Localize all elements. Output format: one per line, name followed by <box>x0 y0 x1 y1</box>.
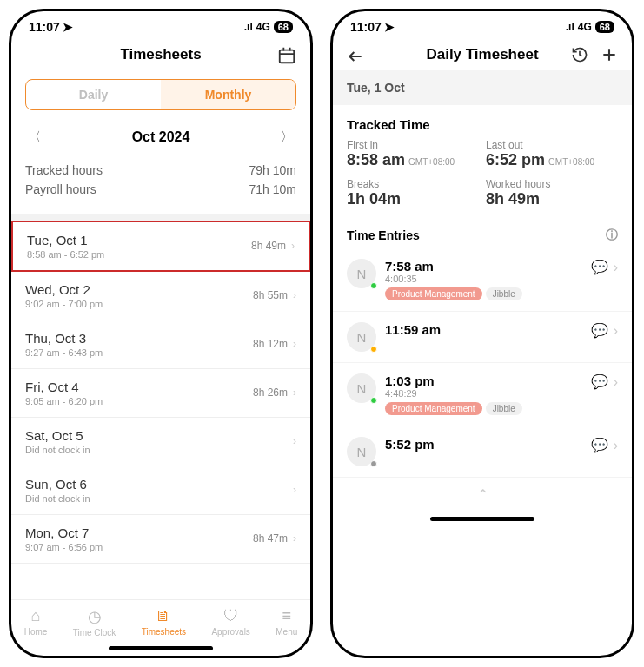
entries-title: Time Entries <box>347 228 420 242</box>
chevron-right-icon: › <box>614 438 618 453</box>
header: Daily Timesheet <box>333 39 632 70</box>
status-dot <box>370 460 377 467</box>
day-row[interactable]: Mon, Oct 79:07 am - 6:56 pm8h 47m› <box>11 515 310 564</box>
worked-label: Worked hours <box>486 178 618 190</box>
chevron-right-icon: › <box>293 386 296 399</box>
info-icon[interactable]: ⓘ <box>606 228 618 243</box>
tab-approvals[interactable]: 🛡Approvals <box>211 607 249 637</box>
menu-icon: ≡ <box>282 607 291 625</box>
entry-duration: 4:00:35 <box>385 274 582 284</box>
time-entry[interactable]: N5:52 pm💬› <box>333 426 632 478</box>
comment-icon[interactable]: 💬 <box>591 259 608 275</box>
worked-value: 8h 49m <box>486 190 618 208</box>
last-out-label: Last out <box>486 139 618 151</box>
tab-menu[interactable]: ≡Menu <box>276 607 297 637</box>
home-indicator <box>430 517 534 521</box>
breaks-value: 1h 04m <box>347 190 479 208</box>
avatar: N <box>347 259 376 288</box>
network-label: 4G <box>256 21 270 33</box>
chevron-right-icon: › <box>293 338 296 350</box>
tab-approvals-label: Approvals <box>211 627 249 637</box>
date-banner: Tue, 1 Oct <box>333 70 632 105</box>
time-entry[interactable]: N7:58 am4:00:35Product ManagementJibble💬… <box>333 248 632 312</box>
first-in-value: 8:58 am <box>347 151 405 168</box>
page-title: Timesheets <box>120 46 201 63</box>
chevron-right-icon: › <box>293 484 296 496</box>
signal-icon: .ıl <box>566 21 574 33</box>
entry-pill: Product Management <box>385 402 482 415</box>
day-row[interactable]: Thu, Oct 39:27 am - 6:43 pm8h 12m› <box>11 320 310 369</box>
calendar-icon[interactable] <box>277 46 296 65</box>
day-subtitle: 9:07 am - 6:56 pm <box>25 542 103 552</box>
collapse-button[interactable]: ⌃ <box>333 478 632 512</box>
time-entry[interactable]: N11:59 am💬› <box>333 312 632 363</box>
day-row[interactable]: Fri, Oct 49:05 am - 6:20 pm8h 26m› <box>11 369 310 418</box>
day-list: Tue, Oct 18:58 am - 6:52 pm8h 49m›Wed, O… <box>11 214 310 599</box>
next-month-button[interactable]: 〉 <box>281 129 293 145</box>
add-button[interactable] <box>601 46 618 63</box>
chevron-right-icon: › <box>293 532 296 545</box>
status-dot <box>370 282 377 289</box>
chevron-right-icon: › <box>614 374 618 390</box>
header: Timesheets <box>11 39 310 70</box>
tracked-hours-value: 79h 10m <box>249 161 296 180</box>
day-subtitle: 9:05 am - 6:20 pm <box>25 396 103 406</box>
prev-month-button[interactable]: 〈 <box>29 129 41 145</box>
day-row[interactable]: Sun, Oct 6Did not clock in› <box>11 466 310 515</box>
last-out-value: 6:52 pm <box>486 151 545 168</box>
chevron-right-icon: › <box>614 323 618 339</box>
segment-daily[interactable]: Daily <box>26 80 161 109</box>
page-title: Daily Timesheet <box>426 46 538 63</box>
comment-icon[interactable]: 💬 <box>591 322 608 339</box>
segment-control[interactable]: Daily Monthly <box>25 79 296 110</box>
day-title: Wed, Oct 2 <box>25 282 103 297</box>
time-entry[interactable]: N1:03 pm4:48:29Product ManagementJibble💬… <box>333 363 632 426</box>
comment-icon[interactable]: 💬 <box>591 437 608 453</box>
entry-time: 1:03 pm <box>385 373 582 388</box>
tab-home[interactable]: ⌂Home <box>24 607 48 637</box>
status-time: 11:07 <box>29 20 60 34</box>
entry-pill: Product Management <box>385 287 482 300</box>
day-duration: 8h 12m› <box>253 338 296 350</box>
status-time: 11:07 <box>350 20 382 34</box>
day-duration: 8h 47m› <box>253 532 296 545</box>
payroll-hours-value: 71h 10m <box>249 180 296 199</box>
battery-level: 68 <box>274 21 293 33</box>
entry-pill: Jibble <box>486 287 522 300</box>
network-label: 4G <box>578 21 592 33</box>
tab-home-label: Home <box>24 627 48 637</box>
month-navigator: 〈 Oct 2024 〉 <box>11 119 310 155</box>
tab-timesheets[interactable]: 🗎Timesheets <box>142 607 186 637</box>
back-button[interactable] <box>347 48 364 65</box>
location-icon: ➤ <box>63 20 73 34</box>
status-bar: 11:07➤ .ıl 4G 68 <box>11 11 310 39</box>
tab-sheets-label: Timesheets <box>142 627 186 637</box>
tracked-hours-label: Tracked hours <box>25 161 103 180</box>
day-subtitle: Did not clock in <box>25 493 90 504</box>
day-row[interactable]: Sat, Oct 5Did not clock in› <box>11 418 310 466</box>
tracked-time-title: Tracked Time <box>333 105 632 139</box>
first-in-label: First in <box>347 139 479 151</box>
day-row[interactable]: Tue, Oct 18:58 am - 6:52 pm8h 49m› <box>11 221 310 272</box>
chevron-right-icon: › <box>614 260 618 275</box>
tab-time-clock[interactable]: ◷Time Clock <box>73 607 116 637</box>
history-icon[interactable] <box>571 46 588 63</box>
day-subtitle: 8:58 am - 6:52 pm <box>27 249 104 260</box>
entry-time: 11:59 am <box>385 322 582 337</box>
breaks-label: Breaks <box>347 178 479 190</box>
day-subtitle: 9:27 am - 6:43 pm <box>25 347 103 358</box>
status-dot <box>370 346 377 353</box>
day-duration: 8h 26m› <box>253 386 296 399</box>
home-icon: ⌂ <box>31 607 41 625</box>
chevron-right-icon: › <box>293 289 296 301</box>
tab-menu-label: Menu <box>276 627 297 637</box>
segment-monthly[interactable]: Monthly <box>161 80 295 109</box>
signal-icon: .ıl <box>244 21 253 33</box>
comment-icon[interactable]: 💬 <box>591 373 608 390</box>
entry-time: 7:58 am <box>385 259 582 274</box>
day-subtitle: Did not clock in <box>25 445 90 455</box>
shield-icon: 🛡 <box>223 607 239 625</box>
day-row[interactable]: Wed, Oct 29:02 am - 7:00 pm8h 55m› <box>11 272 310 320</box>
entries-list: N7:58 am4:00:35Product ManagementJibble💬… <box>333 248 632 478</box>
tab-clock-label: Time Clock <box>73 628 116 637</box>
